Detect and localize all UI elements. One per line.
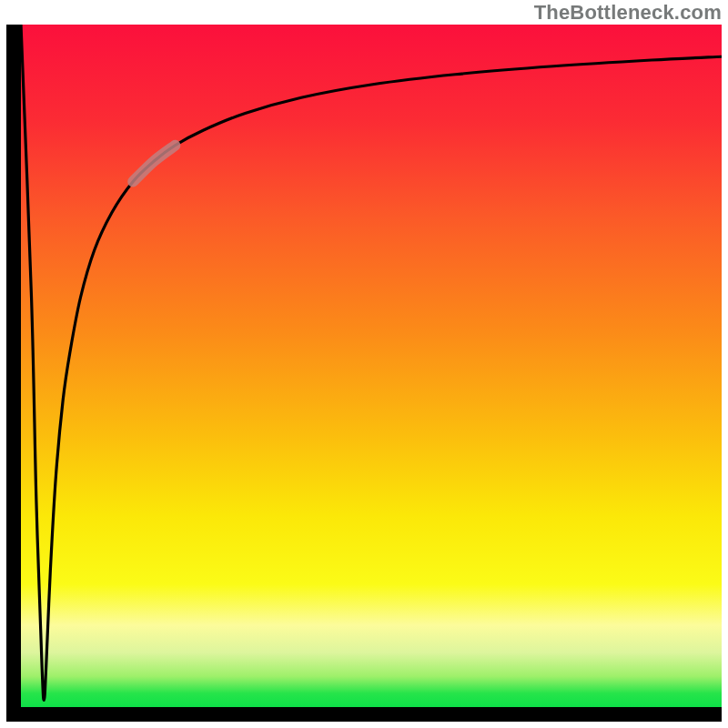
chart-stage: TheBottleneck.com <box>0 0 728 728</box>
curve-highlight-segment <box>133 146 175 182</box>
plot-frame <box>6 25 722 722</box>
plot-area <box>21 25 722 707</box>
curve-svg <box>21 25 722 707</box>
watermark-text: TheBottleneck.com <box>534 1 722 25</box>
bottleneck-curve <box>21 25 722 701</box>
